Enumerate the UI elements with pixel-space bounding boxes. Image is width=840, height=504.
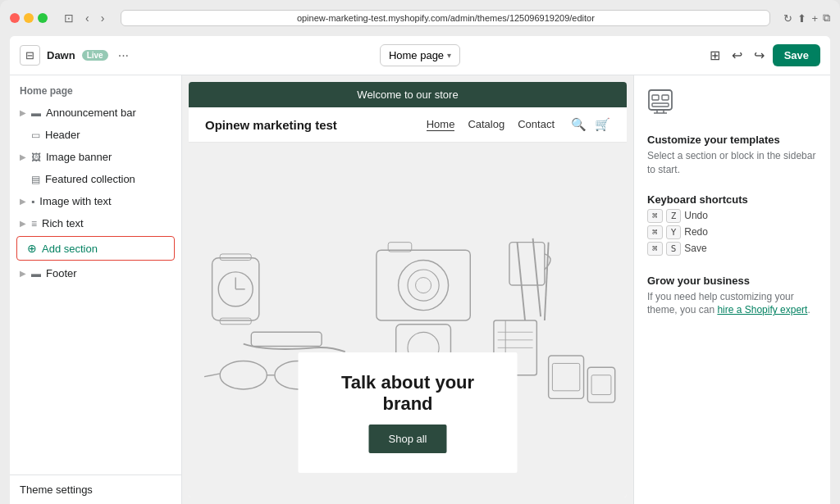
nav-link-catalog[interactable]: Catalog — [468, 118, 504, 131]
customize-title: Customize your templates — [647, 134, 817, 146]
back-btn[interactable]: ‹ — [82, 10, 93, 26]
svg-line-15 — [533, 238, 541, 316]
store-hero: Talk about your brand Shop all — [189, 143, 627, 497]
svg-point-10 — [416, 277, 431, 293]
svg-rect-35 — [662, 95, 669, 100]
shortcut-undo: ⌘ Z Undo — [647, 209, 817, 223]
nav-link-contact[interactable]: Contact — [518, 118, 555, 131]
redo-button[interactable]: ↪ — [751, 44, 768, 66]
expand-icon: ▶ — [20, 197, 26, 206]
shortcut-save: ⌘ S Save — [647, 242, 817, 256]
browser-titlebar: ⊡ ‹ › opinew-marketing-test.myshopify.co… — [10, 7, 830, 30]
undo-button[interactable]: ↩ — [728, 44, 746, 66]
sidebar-item-featured-collection[interactable]: ▶ ▤ Featured collection — [10, 168, 181, 190]
keyboard-shortcuts-section: Keyboard shortcuts ⌘ Z Undo ⌘ Y Redo ⌘ S — [647, 193, 817, 258]
close-button[interactable] — [10, 13, 20, 23]
shortcut-label: Undo — [684, 210, 708, 221]
image-with-text-icon: ▪ — [31, 196, 34, 207]
nav-link-home[interactable]: Home — [427, 118, 455, 131]
svg-point-8 — [399, 260, 449, 310]
cmd-key: ⌘ — [647, 242, 663, 256]
expand-icon: ▶ — [20, 219, 26, 228]
sidebar-item-image-with-text[interactable]: ▶ ▪ Image with text — [10, 190, 181, 212]
shortcuts-title: Keyboard shortcuts — [647, 193, 817, 206]
sidebar-item-label: Image banner — [46, 151, 112, 163]
live-badge: Live — [82, 50, 108, 61]
device-desktop-icon[interactable]: ⊞ — [706, 44, 724, 66]
expand-icon: ▶ — [20, 108, 26, 117]
sidebar-view-btn[interactable]: ⊡ — [61, 10, 77, 26]
svg-rect-30 — [552, 363, 579, 390]
reload-icon[interactable]: ↻ — [783, 12, 792, 25]
browser-right-controls: ↻ ⬆ + ⧉ — [783, 11, 830, 25]
featured-collection-icon: ▤ — [31, 174, 40, 185]
customize-templates-icon — [647, 89, 817, 120]
svg-line-14 — [518, 242, 526, 320]
svg-point-23 — [220, 361, 267, 388]
announcement-bar-icon: ▬ — [31, 107, 41, 119]
y-key: Y — [666, 225, 682, 239]
grow-text: If you need help customizing your theme,… — [647, 290, 817, 318]
customize-templates-section: Customize your templates Select a sectio… — [647, 134, 817, 177]
extensions-icon[interactable]: ⧉ — [823, 11, 830, 25]
z-key: Z — [666, 209, 682, 223]
minimize-button[interactable] — [24, 13, 34, 23]
more-options-button[interactable]: ··· — [115, 47, 132, 65]
app-topbar: ⊟ Dawn Live ··· Home page ▾ ⊞ ↩ ↪ Save — [10, 36, 830, 75]
theme-name-label: Dawn — [47, 49, 75, 61]
sidebar-item-image-banner[interactable]: ▶ 🖼 Image banner — [10, 146, 181, 168]
shortcut-label: Save — [684, 243, 706, 254]
cart-icon[interactable]: 🛒 — [595, 117, 610, 132]
svg-rect-36 — [652, 103, 669, 107]
forward-btn[interactable]: › — [98, 10, 108, 26]
sidebar-toggle-button[interactable]: ⊟ — [20, 45, 40, 66]
sidebar-item-header[interactable]: ▶ ▭ Header — [10, 124, 181, 146]
sidebar-item-footer[interactable]: ▶ ▬ Footer — [10, 262, 181, 284]
add-tab-icon[interactable]: + — [811, 12, 818, 25]
expand-icon: ▶ — [20, 269, 26, 278]
shortcut-redo: ⌘ Y Redo — [647, 225, 817, 239]
theme-settings-button[interactable]: Theme settings — [10, 474, 181, 504]
rich-text-icon: ≡ — [31, 218, 37, 229]
share-icon[interactable]: ⬆ — [797, 12, 806, 25]
grow-text-after: . — [807, 304, 810, 316]
chevron-down-icon: ▾ — [447, 51, 451, 60]
store-nav-links: Home Catalog Contact — [427, 118, 555, 131]
cmd-key: ⌘ — [647, 225, 663, 239]
store-top-banner: Welcome to our store — [189, 82, 627, 107]
image-banner-icon: 🖼 — [31, 152, 41, 163]
app-shell: ⊟ Dawn Live ··· Home page ▾ ⊞ ↩ ↪ Save — [10, 36, 830, 504]
svg-rect-29 — [549, 355, 584, 397]
sidebar-item-label: Rich text — [42, 217, 84, 229]
hire-shopify-expert-link[interactable]: hire a Shopify expert — [717, 304, 807, 316]
svg-rect-5 — [220, 318, 251, 325]
expand-icon: ▶ — [20, 152, 26, 161]
add-section-button[interactable]: ⊕ Add section ← — [16, 236, 175, 261]
maximize-button[interactable] — [38, 13, 48, 23]
sidebar-item-label: Header — [45, 129, 80, 141]
grow-title: Grow your business — [647, 275, 817, 287]
topbar-left: ⊟ Dawn Live ··· — [20, 45, 373, 66]
topbar-center: Home page ▾ — [380, 44, 460, 66]
plus-icon: ⊕ — [27, 242, 37, 255]
search-icon[interactable]: 🔍 — [571, 117, 587, 132]
shortcut-label: Redo — [684, 226, 708, 238]
hero-title: Talk about your brand — [331, 372, 485, 415]
hero-cta-button[interactable]: Shop all — [369, 425, 447, 453]
save-button[interactable]: Save — [773, 44, 820, 66]
preview-area: Welcome to our store Opinew marketing te… — [182, 75, 633, 504]
traffic-lights — [10, 13, 48, 23]
url-bar[interactable]: opinew-marketing-test.myshopify.com/admi… — [121, 10, 770, 26]
right-sidebar: Customize your templates Select a sectio… — [633, 75, 830, 504]
sidebar-item-rich-text[interactable]: ▶ ≡ Rich text — [10, 212, 181, 234]
page-selector-dropdown[interactable]: Home page ▾ — [380, 44, 460, 66]
left-sidebar: Home page ▶ ▬ Announcement bar ▶ ▭ Heade… — [10, 75, 182, 504]
main-area: Home page ▶ ▬ Announcement bar ▶ ▭ Heade… — [10, 75, 830, 504]
svg-line-26 — [204, 373, 220, 376]
sidebar-item-label: Announcement bar — [46, 107, 136, 119]
svg-rect-17 — [509, 242, 545, 284]
browser-controls: ⊡ ‹ › — [61, 10, 107, 26]
sidebar-item-label: Footer — [46, 267, 77, 279]
store-nav: Opinew marketing test Home Catalog Conta… — [189, 107, 627, 143]
sidebar-item-announcement-bar[interactable]: ▶ ▬ Announcement bar — [10, 102, 181, 124]
